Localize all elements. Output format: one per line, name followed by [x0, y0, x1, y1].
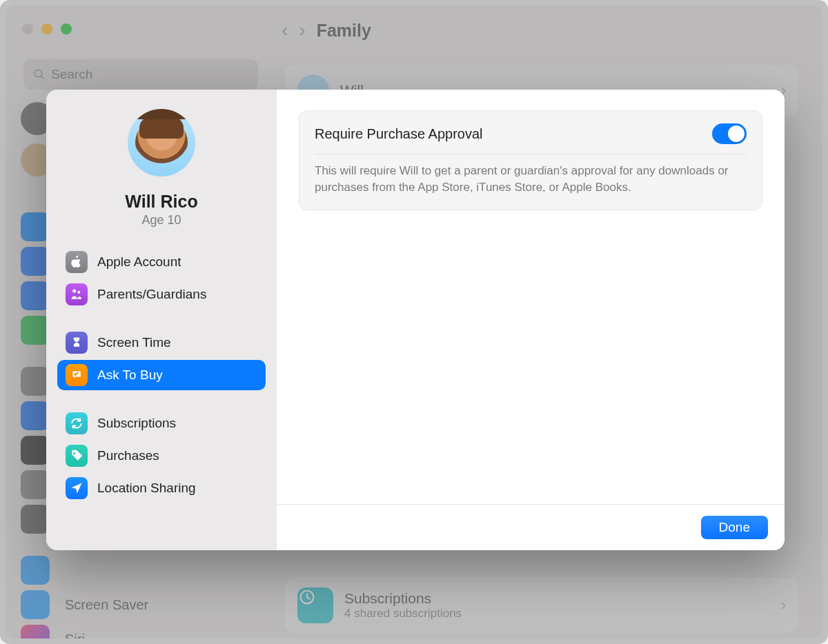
sidebar-item-parents-guardians[interactable]: Parents/Guardians [57, 279, 266, 310]
sidebar-item-purchases[interactable]: Purchases [57, 441, 266, 471]
family-icon [66, 283, 88, 305]
purchase-approval-toggle[interactable] [712, 123, 747, 144]
modal-content: Require Purchase Approval This will requ… [277, 90, 785, 550]
sidebar-item-label: Screen Time [97, 335, 171, 350]
tag-icon [66, 445, 88, 467]
done-button[interactable]: Done [701, 516, 768, 539]
divider [315, 154, 747, 154]
family-member-settings-modal: Will Rico Age 10 Apple Account Parents/G… [46, 90, 785, 550]
sidebar-item-label: Purchases [97, 448, 159, 463]
sidebar-item-label: Subscriptions [97, 416, 176, 431]
svg-point-5 [73, 452, 75, 454]
setting-description: This will require Will to get a parent o… [315, 163, 747, 196]
sidebar-item-label: Parents/Guardians [97, 287, 206, 302]
sidebar-item-label: Location Sharing [97, 481, 196, 496]
sidebar-item-apple-account[interactable]: Apple Account [57, 247, 266, 277]
modal-footer: Done [277, 504, 785, 550]
setting-title: Require Purchase Approval [315, 126, 482, 142]
memoji-icon [135, 117, 188, 169]
sidebar-item-label: Ask To Buy [97, 368, 163, 383]
modal-sidebar: Will Rico Age 10 Apple Account Parents/G… [46, 90, 277, 550]
svg-point-3 [72, 290, 76, 293]
sidebar-item-ask-to-buy[interactable]: Ask To Buy [57, 360, 266, 390]
sidebar-item-screen-time[interactable]: Screen Time [57, 328, 266, 358]
sidebar-item-label: Apple Account [97, 254, 181, 270]
refresh-icon [66, 412, 88, 434]
profile-age: Age 10 [141, 213, 181, 228]
sidebar-item-subscriptions[interactable]: Subscriptions [57, 408, 266, 439]
purchase-approval-card: Require Purchase Approval This will requ… [299, 110, 762, 210]
speech-check-icon [66, 364, 88, 386]
profile-name: Will Rico [125, 192, 197, 212]
avatar [128, 109, 195, 177]
sidebar-item-location-sharing[interactable]: Location Sharing [57, 473, 266, 503]
svg-point-4 [77, 291, 80, 294]
hourglass-icon [66, 332, 88, 354]
apple-logo-icon [66, 251, 88, 273]
location-arrow-icon [66, 477, 88, 499]
